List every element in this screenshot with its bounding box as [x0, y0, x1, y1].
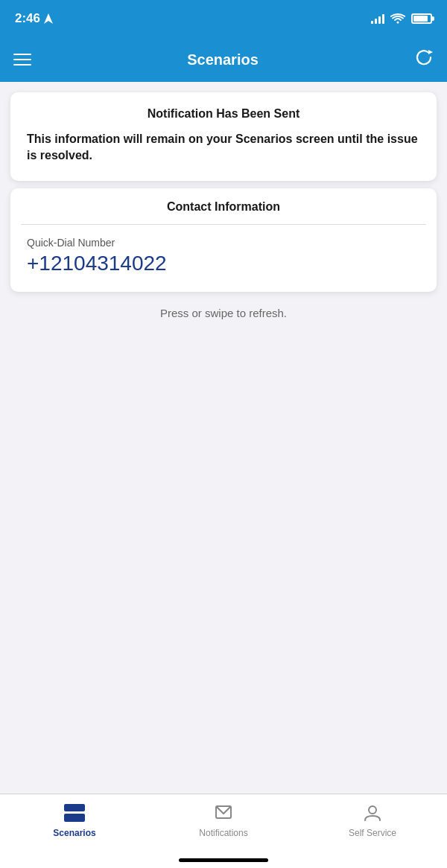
quick-dial-number[interactable]: +12104314022 — [27, 252, 420, 275]
status-icons — [371, 13, 432, 24]
contact-card-body: Quick-Dial Number +12104314022 — [10, 225, 437, 292]
refresh-button[interactable] — [414, 48, 434, 71]
wifi-icon — [390, 13, 405, 24]
status-bar: 2:46 — [0, 0, 447, 37]
home-indicator — [179, 858, 268, 862]
battery-icon — [411, 13, 432, 24]
self-service-tab-icon — [361, 802, 384, 824]
tab-notifications[interactable]: Notifications — [194, 802, 253, 838]
notification-card-title: Notification Has Been Sent — [27, 107, 420, 121]
quick-dial-label: Quick-Dial Number — [27, 237, 420, 249]
header-title: Scenarios — [187, 51, 259, 68]
signal-bars-icon — [371, 13, 384, 24]
svg-point-1 — [397, 22, 399, 24]
scenarios-tab-label: Scenarios — [53, 828, 95, 838]
self-service-tab-label: Self Service — [349, 828, 396, 838]
svg-point-6 — [369, 806, 376, 814]
notification-card-body: This information will remain on your Sce… — [27, 131, 420, 165]
refresh-icon — [414, 48, 434, 67]
svg-rect-3 — [64, 804, 85, 811]
contact-card: Contact Information Quick-Dial Number +1… — [10, 188, 437, 292]
svg-rect-4 — [64, 814, 85, 822]
phone-frame: 2:46 — [0, 0, 447, 868]
menu-button[interactable] — [13, 54, 31, 66]
scenarios-tab-icon — [63, 802, 86, 824]
contact-card-title: Contact Information — [10, 188, 437, 224]
notifications-tab-icon — [212, 802, 235, 824]
tab-self-service[interactable]: Self Service — [343, 802, 402, 838]
time-display: 2:46 — [15, 11, 40, 26]
notification-card: Notification Has Been Sent This informat… — [10, 92, 437, 181]
battery-fill — [413, 16, 428, 22]
svg-marker-2 — [428, 50, 433, 54]
tab-scenarios[interactable]: Scenarios — [45, 802, 104, 838]
notifications-tab-label: Notifications — [199, 828, 247, 838]
svg-marker-0 — [44, 13, 53, 24]
main-content: Notification Has Been Sent This informat… — [0, 82, 447, 794]
refresh-hint: Press or swipe to refresh. — [10, 299, 437, 327]
status-time: 2:46 — [15, 11, 53, 26]
tab-bar: Scenarios Notifications Self Service — [0, 794, 447, 868]
app-header: Scenarios — [0, 37, 447, 82]
location-icon — [44, 13, 53, 24]
